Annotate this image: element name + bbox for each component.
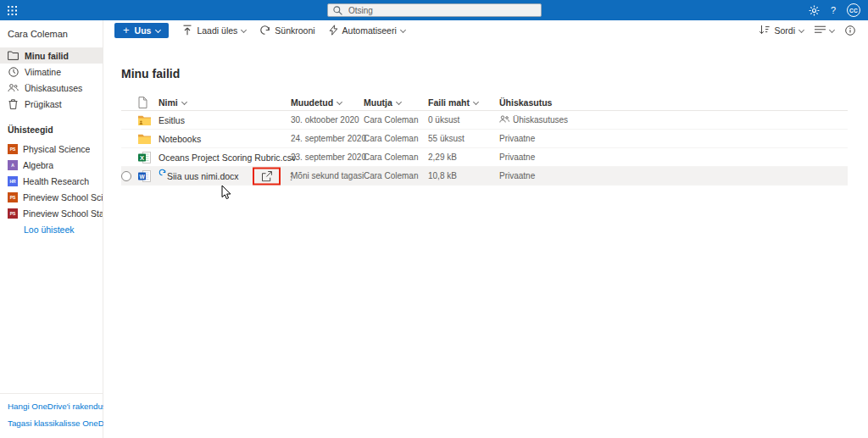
library-color-tile: A <box>8 160 18 170</box>
word-file-icon: W <box>138 170 159 182</box>
library-color-tile: PS <box>8 192 18 202</box>
chevron-down-icon <box>473 98 479 104</box>
column-header-modified[interactable]: Muudetud <box>291 97 364 108</box>
people-icon <box>8 83 19 92</box>
library-color-tile: PS <box>8 208 18 219</box>
modified-date: 30. oktoober 2020 <box>291 115 364 125</box>
files-table: Nimi Muudetud Muutja Faili maht Ühiskasu… <box>121 95 848 186</box>
folder-icon <box>8 51 19 60</box>
sidebar-library-item[interactable]: PS Pineview School Science T... <box>0 189 103 205</box>
settings-gear-icon[interactable] <box>809 5 820 16</box>
table-body: Esitlus 30. oktoober 2020 Cara Coleman 0… <box>121 111 848 186</box>
table-row[interactable]: Notebooks 24. september 2020 Cara Colema… <box>121 130 848 148</box>
sidebar-library-item[interactable]: PS Physical Science <box>0 141 103 157</box>
svg-text:X: X <box>140 153 144 161</box>
modified-date: 23. september 2020 <box>291 152 364 162</box>
create-library-link[interactable]: Loo ühisteek <box>0 225 103 235</box>
sync-icon <box>259 25 270 37</box>
table-row[interactable]: X Oceans Project Scoring Rubric.csv 23. … <box>121 148 848 167</box>
document-type-column-icon[interactable] <box>138 97 159 108</box>
details-pane-info-icon[interactable] <box>845 25 855 36</box>
search-box <box>327 3 542 17</box>
new-button[interactable]: + Uus <box>114 23 169 38</box>
suite-bar: ? CC <box>0 0 868 20</box>
chevron-down-icon <box>241 26 247 32</box>
share-button[interactable] <box>260 170 273 181</box>
table-row[interactable]: W Siia uus nimi.docx ⋮ Mõni sekund tagas… <box>121 167 848 186</box>
search-icon <box>333 6 342 17</box>
sidebar-nav: Minu failid Viimatine Ühiskasutuses Prüg… <box>0 47 103 112</box>
column-header-sharing[interactable]: Ühiskasutus <box>499 97 848 108</box>
annotation-highlight-box <box>253 167 281 185</box>
automate-flow-icon <box>329 25 338 37</box>
avatar[interactable]: CC <box>847 3 860 17</box>
file-name[interactable]: Esitlus <box>159 115 185 125</box>
column-header-name[interactable]: Nimi <box>159 97 291 108</box>
modified-by: Cara Coleman <box>364 115 428 125</box>
libraries-list: PS Physical Science A Algebra HR Health … <box>0 141 103 221</box>
sidebar-item-pr-gikast[interactable]: Prügikast <box>0 96 103 112</box>
sidebar-item-viimatine[interactable]: Viimatine <box>0 64 103 80</box>
modified-by: Cara Coleman <box>364 152 428 162</box>
table-row[interactable]: Esitlus 30. oktoober 2020 Cara Coleman 0… <box>121 111 848 130</box>
sharing-status: Ühiskasutuses <box>499 115 848 125</box>
sync-button[interactable]: Sünkrooni <box>259 25 314 37</box>
folder-icon <box>138 134 159 144</box>
column-header-modified-by[interactable]: Muutja <box>364 97 428 108</box>
chevron-down-icon <box>829 26 835 32</box>
modified-date: 24. september 2020 <box>291 134 364 143</box>
file-name[interactable]: Siia uus nimi.docx <box>167 171 239 181</box>
file-size: 10,8 kB <box>428 171 499 180</box>
sync-pending-icon <box>159 169 166 176</box>
svg-text:W: W <box>139 173 145 179</box>
excel-file-icon: X <box>138 152 159 164</box>
sharing-status: Privaatne <box>499 134 848 143</box>
file-name[interactable]: Oceans Project Scoring Rubric.csv <box>159 152 296 163</box>
modified-by: Cara Coleman <box>364 171 428 180</box>
sidebar-footer: Hangi OneDrive'i rakendusedTagasi klassi… <box>0 393 103 438</box>
automate-button[interactable]: Automatiseeri <box>329 25 405 37</box>
sidebar-footer-link[interactable]: Tagasi klassikalisse OneDrive'i <box>8 415 99 432</box>
file-size: 2,29 kB <box>428 152 499 162</box>
file-name[interactable]: Notebooks <box>159 134 201 144</box>
upload-button[interactable]: Laadi üles <box>182 25 246 37</box>
sidebar-user-name: Cara Coleman <box>0 20 103 39</box>
row-select-radio[interactable] <box>121 171 131 181</box>
library-color-tile: PS <box>8 144 18 154</box>
page-title: Minu failid <box>121 67 848 80</box>
chevron-down-icon <box>337 98 342 104</box>
modified-by: Cara Coleman <box>364 134 428 143</box>
table-header: Nimi Muudetud Muutja Faili maht Ühiskasu… <box>121 95 848 111</box>
search-input[interactable] <box>327 3 542 17</box>
main-area: + Uus Laadi üles Sünkrooni Automatiseeri <box>103 20 868 438</box>
trash-icon <box>8 99 19 109</box>
view-options-button[interactable] <box>815 25 834 36</box>
help-button[interactable]: ? <box>831 5 836 15</box>
library-color-tile: HR <box>8 176 18 186</box>
sort-icon <box>759 25 770 36</box>
sort-button[interactable]: Sordi <box>759 25 804 36</box>
modified-date: Mõni sekund tagasi <box>291 171 364 180</box>
libraries-heading: Ühisteegid <box>0 125 103 135</box>
file-size: 0 üksust <box>428 115 499 125</box>
chevron-down-icon <box>400 26 406 32</box>
sidebar-library-item[interactable]: A Algebra <box>0 157 103 173</box>
plus-icon: + <box>123 25 130 36</box>
shared-folder-icon <box>138 115 159 125</box>
chevron-down-icon <box>155 26 161 32</box>
sidebar-item-minu-failid[interactable]: Minu failid <box>0 47 103 64</box>
sidebar-item--hiskasutuses[interactable]: Ühiskasutuses <box>0 80 103 96</box>
sidebar-library-item[interactable]: PS Pineview School Staff <box>0 205 103 221</box>
shared-people-icon <box>499 115 509 125</box>
column-header-file-size[interactable]: Faili maht <box>428 97 499 108</box>
more-options-icon[interactable]: ⋮ <box>287 171 296 180</box>
sidebar-footer-link[interactable]: Hangi OneDrive'i rakendused <box>8 398 99 415</box>
upload-icon <box>182 25 192 37</box>
chevron-down-icon <box>396 98 402 104</box>
sharing-status: Privaatne <box>499 152 848 162</box>
sidebar-library-item[interactable]: HR Health Research <box>0 173 103 189</box>
mouse-cursor <box>221 185 232 202</box>
chevron-down-icon <box>798 26 804 32</box>
file-size: 55 üksust <box>428 134 499 143</box>
app-launcher-icon[interactable] <box>0 0 24 20</box>
